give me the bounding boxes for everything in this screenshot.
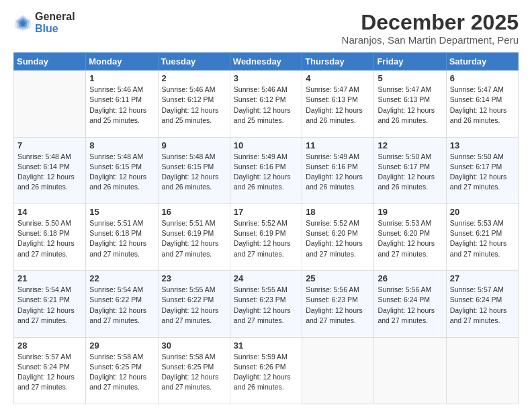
header-thursday: Thursday <box>302 53 374 71</box>
calendar-cell: 18Sunrise: 5:52 AM Sunset: 6:20 PM Dayli… <box>302 203 374 270</box>
day-info: Sunrise: 5:50 AM Sunset: 6:17 PM Dayligh… <box>378 152 442 193</box>
calendar-cell: 11Sunrise: 5:49 AM Sunset: 6:16 PM Dayli… <box>302 137 374 203</box>
day-info: Sunrise: 5:52 AM Sunset: 6:19 PM Dayligh… <box>234 218 298 259</box>
day-number: 5 <box>378 73 442 83</box>
day-number: 11 <box>306 140 370 150</box>
day-info: Sunrise: 5:50 AM Sunset: 6:18 PM Dayligh… <box>17 218 82 259</box>
day-info: Sunrise: 5:53 AM Sunset: 6:21 PM Dayligh… <box>450 218 515 259</box>
calendar-cell: 17Sunrise: 5:52 AM Sunset: 6:19 PM Dayli… <box>230 203 302 270</box>
day-info: Sunrise: 5:57 AM Sunset: 6:24 PM Dayligh… <box>450 285 515 326</box>
day-info: Sunrise: 5:46 AM Sunset: 6:11 PM Dayligh… <box>89 85 154 126</box>
calendar-cell: 31Sunrise: 5:59 AM Sunset: 6:26 PM Dayli… <box>230 337 302 404</box>
day-number: 12 <box>378 140 442 150</box>
day-number: 28 <box>17 340 82 351</box>
logo-icon <box>13 13 32 32</box>
calendar-cell: 5Sunrise: 5:47 AM Sunset: 6:13 PM Daylig… <box>374 71 446 137</box>
day-info: Sunrise: 5:48 AM Sunset: 6:15 PM Dayligh… <box>162 152 226 193</box>
calendar-cell: 25Sunrise: 5:56 AM Sunset: 6:23 PM Dayli… <box>302 271 374 337</box>
header-wednesday: Wednesday <box>230 53 302 71</box>
day-number: 24 <box>234 273 298 283</box>
calendar-cell: 10Sunrise: 5:49 AM Sunset: 6:16 PM Dayli… <box>230 137 302 203</box>
day-number: 18 <box>306 207 370 217</box>
header-monday: Monday <box>86 53 158 71</box>
day-info: Sunrise: 5:47 AM Sunset: 6:13 PM Dayligh… <box>378 85 442 126</box>
calendar-cell: 20Sunrise: 5:53 AM Sunset: 6:21 PM Dayli… <box>446 203 518 270</box>
calendar-cell: 27Sunrise: 5:57 AM Sunset: 6:24 PM Dayli… <box>446 271 518 337</box>
day-info: Sunrise: 5:49 AM Sunset: 6:16 PM Dayligh… <box>234 152 298 193</box>
day-number: 10 <box>234 140 298 150</box>
day-info: Sunrise: 5:50 AM Sunset: 6:17 PM Dayligh… <box>450 152 515 193</box>
calendar-cell: 19Sunrise: 5:53 AM Sunset: 6:20 PM Dayli… <box>374 203 446 270</box>
day-info: Sunrise: 5:51 AM Sunset: 6:18 PM Dayligh… <box>89 218 154 259</box>
day-number: 29 <box>89 340 154 351</box>
day-number: 22 <box>89 273 154 283</box>
logo: General Blue <box>13 11 75 34</box>
day-number: 6 <box>450 73 515 83</box>
day-info: Sunrise: 5:53 AM Sunset: 6:20 PM Dayligh… <box>378 218 442 259</box>
day-number: 15 <box>89 207 154 217</box>
calendar-cell: 8Sunrise: 5:48 AM Sunset: 6:15 PM Daylig… <box>86 137 158 203</box>
day-info: Sunrise: 5:59 AM Sunset: 6:26 PM Dayligh… <box>234 352 298 393</box>
day-number: 7 <box>17 140 82 150</box>
logo-general-text: General <box>35 11 75 23</box>
header-friday: Friday <box>374 53 446 71</box>
day-info: Sunrise: 5:52 AM Sunset: 6:20 PM Dayligh… <box>306 218 370 259</box>
calendar-cell: 7Sunrise: 5:48 AM Sunset: 6:14 PM Daylig… <box>14 137 86 203</box>
day-number: 13 <box>450 140 515 150</box>
calendar-week-2: 7Sunrise: 5:48 AM Sunset: 6:14 PM Daylig… <box>14 137 519 203</box>
day-info: Sunrise: 5:56 AM Sunset: 6:23 PM Dayligh… <box>306 285 370 326</box>
calendar-cell <box>14 71 86 137</box>
day-number: 23 <box>162 273 226 283</box>
calendar-cell: 30Sunrise: 5:58 AM Sunset: 6:25 PM Dayli… <box>158 337 230 404</box>
subtitle: Naranjos, San Martin Department, Peru <box>342 34 519 46</box>
logo-text: General Blue <box>35 11 75 34</box>
header: General Blue December 2025 Naranjos, San… <box>13 11 519 46</box>
day-info: Sunrise: 5:49 AM Sunset: 6:16 PM Dayligh… <box>306 152 370 193</box>
title-block: December 2025 Naranjos, San Martin Depar… <box>342 11 519 46</box>
day-number: 8 <box>89 140 154 150</box>
day-number: 4 <box>306 73 370 83</box>
calendar-week-5: 28Sunrise: 5:57 AM Sunset: 6:24 PM Dayli… <box>14 337 519 404</box>
day-number: 3 <box>234 73 298 83</box>
day-number: 17 <box>234 207 298 217</box>
calendar-cell: 6Sunrise: 5:47 AM Sunset: 6:14 PM Daylig… <box>446 71 518 137</box>
header-sunday: Sunday <box>14 53 86 71</box>
calendar-cell <box>446 337 518 404</box>
day-info: Sunrise: 5:48 AM Sunset: 6:15 PM Dayligh… <box>89 152 154 193</box>
day-number: 2 <box>162 73 226 83</box>
calendar-cell: 26Sunrise: 5:56 AM Sunset: 6:24 PM Dayli… <box>374 271 446 337</box>
day-number: 16 <box>162 207 226 217</box>
day-info: Sunrise: 5:57 AM Sunset: 6:24 PM Dayligh… <box>17 352 82 393</box>
calendar-cell: 21Sunrise: 5:54 AM Sunset: 6:21 PM Dayli… <box>14 271 86 337</box>
logo-blue-text: Blue <box>35 23 75 35</box>
calendar-cell: 2Sunrise: 5:46 AM Sunset: 6:12 PM Daylig… <box>158 71 230 137</box>
day-info: Sunrise: 5:47 AM Sunset: 6:13 PM Dayligh… <box>306 85 370 126</box>
calendar-cell: 15Sunrise: 5:51 AM Sunset: 6:18 PM Dayli… <box>86 203 158 270</box>
calendar-cell: 14Sunrise: 5:50 AM Sunset: 6:18 PM Dayli… <box>14 203 86 270</box>
calendar-week-4: 21Sunrise: 5:54 AM Sunset: 6:21 PM Dayli… <box>14 271 519 337</box>
page: General Blue December 2025 Naranjos, San… <box>0 0 532 411</box>
day-number: 27 <box>450 273 515 283</box>
day-info: Sunrise: 5:48 AM Sunset: 6:14 PM Dayligh… <box>17 152 82 193</box>
calendar-table: Sunday Monday Tuesday Wednesday Thursday… <box>13 52 519 404</box>
calendar-cell: 16Sunrise: 5:51 AM Sunset: 6:19 PM Dayli… <box>158 203 230 270</box>
day-number: 1 <box>89 73 154 83</box>
day-info: Sunrise: 5:55 AM Sunset: 6:22 PM Dayligh… <box>162 285 226 326</box>
calendar-cell <box>374 337 446 404</box>
day-info: Sunrise: 5:46 AM Sunset: 6:12 PM Dayligh… <box>162 85 226 126</box>
day-number: 30 <box>162 340 226 351</box>
calendar-cell: 28Sunrise: 5:57 AM Sunset: 6:24 PM Dayli… <box>14 337 86 404</box>
day-info: Sunrise: 5:56 AM Sunset: 6:24 PM Dayligh… <box>378 285 442 326</box>
calendar-cell: 23Sunrise: 5:55 AM Sunset: 6:22 PM Dayli… <box>158 271 230 337</box>
day-number: 21 <box>17 273 82 283</box>
day-number: 25 <box>306 273 370 283</box>
calendar-week-1: 1Sunrise: 5:46 AM Sunset: 6:11 PM Daylig… <box>14 71 519 137</box>
calendar-cell: 9Sunrise: 5:48 AM Sunset: 6:15 PM Daylig… <box>158 137 230 203</box>
main-title: December 2025 <box>342 11 519 34</box>
day-info: Sunrise: 5:47 AM Sunset: 6:14 PM Dayligh… <box>450 85 515 126</box>
day-number: 14 <box>17 207 82 217</box>
day-info: Sunrise: 5:54 AM Sunset: 6:21 PM Dayligh… <box>17 285 82 326</box>
day-info: Sunrise: 5:58 AM Sunset: 6:25 PM Dayligh… <box>89 352 154 393</box>
calendar-header-row: Sunday Monday Tuesday Wednesday Thursday… <box>14 53 519 71</box>
calendar-cell: 22Sunrise: 5:54 AM Sunset: 6:22 PM Dayli… <box>86 271 158 337</box>
